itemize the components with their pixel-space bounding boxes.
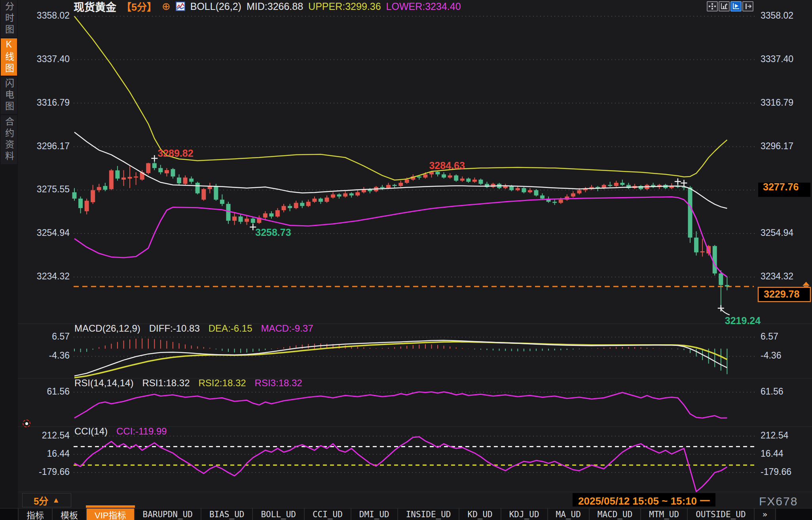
svg-text:3284.63: 3284.63 xyxy=(429,160,465,171)
toolbar-tab-5[interactable]: BOLL_UD xyxy=(253,509,305,520)
sidebar-item-1[interactable]: K线图 xyxy=(1,38,17,76)
svg-text:3337.40: 3337.40 xyxy=(761,54,793,64)
svg-text:-179.66: -179.66 xyxy=(761,467,791,477)
svg-text:3337.40: 3337.40 xyxy=(37,54,70,64)
bar-compress-icon[interactable] xyxy=(742,1,753,11)
boll-upper-value: UPPER:3299.36 xyxy=(308,1,381,12)
svg-text:-4.36: -4.36 xyxy=(49,350,70,361)
sidebar-item-0[interactable]: 分时图 xyxy=(1,0,17,37)
svg-text:3277.76: 3277.76 xyxy=(763,181,799,192)
svg-text:3229.78: 3229.78 xyxy=(764,288,799,300)
toolbar-tab-11[interactable]: MA_UD xyxy=(548,509,590,520)
boll-lower-value: LOWER:3234.40 xyxy=(386,1,461,12)
rsi-label-row: RSI(14,14,14) RSI1:18.32 RSI2:18.32 RSI3… xyxy=(74,378,302,389)
svg-text:3296.17: 3296.17 xyxy=(37,141,70,151)
sidebar-item-3[interactable]: 合约资料 xyxy=(1,115,17,164)
cci-value: CCI:-119.99 xyxy=(116,426,167,437)
toolbar-tab-10[interactable]: KDJ_UD xyxy=(501,509,548,520)
axis-play-icon[interactable] xyxy=(730,1,742,11)
svg-text:-179.66: -179.66 xyxy=(39,467,70,477)
toolbar-tab-6[interactable]: CCI_UD xyxy=(305,509,351,520)
toolbar-tab-9[interactable]: KD_UD xyxy=(459,509,501,520)
svg-text:6.57: 6.57 xyxy=(52,331,70,342)
macd-macd-value: MACD:-9.37 xyxy=(261,323,313,334)
svg-text:212.54: 212.54 xyxy=(761,430,789,440)
chart-header: 现货黄金 【5分】 ⊕ BOLL(26,2) MID:3266.88 UPPER… xyxy=(74,0,461,12)
interval-label: 5分 xyxy=(34,493,48,507)
sidebar-item-2[interactable]: 闪电图 xyxy=(1,77,17,114)
cci-params: CCI(14) xyxy=(74,426,108,437)
toolbar-tab-3[interactable]: BARUPDN_UD xyxy=(135,509,201,520)
toolbar-tab-4[interactable]: BIAS_UD xyxy=(201,509,253,520)
interval-selector[interactable]: 5分 ▲ xyxy=(22,493,71,507)
datetime-range: 2025/05/12 15:05 ~ 15:10 一 xyxy=(573,493,715,507)
macd-diff-value: DIFF:-10.83 xyxy=(149,323,200,334)
svg-text:61.56: 61.56 xyxy=(761,386,784,397)
svg-text:3275.55: 3275.55 xyxy=(37,184,70,194)
toolbar-tab-12[interactable]: MACD_UD xyxy=(590,509,641,520)
toolbar-tab-8[interactable]: INSIDE_UD xyxy=(398,509,460,520)
macd-dea-value: DEA:-6.15 xyxy=(209,323,252,334)
indicator-toolbar: 指标模板VIP指标BARUPDN_UDBIAS_UDBOLL_UDCCI_UDD… xyxy=(0,508,812,520)
svg-text:3234.32: 3234.32 xyxy=(37,271,70,281)
rsi-params: RSI(14,14,14) xyxy=(74,378,133,389)
svg-text:3358.02: 3358.02 xyxy=(37,10,70,21)
svg-text:3316.79: 3316.79 xyxy=(37,97,70,108)
svg-text:212.54: 212.54 xyxy=(42,430,70,440)
interval-up-icon: ▲ xyxy=(52,496,60,505)
svg-text:3358.02: 3358.02 xyxy=(761,10,793,21)
svg-text:3258.73: 3258.73 xyxy=(255,227,291,238)
macd-params: MACD(26,12,9) xyxy=(74,323,140,334)
boll-mid-value: MID:3266.88 xyxy=(247,1,303,12)
period-label[interactable]: 【5分】 xyxy=(121,0,157,13)
toolbar-tab-0[interactable]: 指标 xyxy=(19,509,53,520)
boll-params: BOLL(26,2) xyxy=(190,1,241,12)
toolbar-tab-7[interactable]: DMI_UD xyxy=(351,509,398,520)
svg-text:3316.79: 3316.79 xyxy=(761,97,793,108)
symbol-title: 现货黄金 xyxy=(74,0,116,14)
macd-label-row: MACD(26,12,9) DIFF:-10.83 DEA:-6.15 MACD… xyxy=(74,323,313,334)
sidebar: 分时图K线图闪电图合约资料 xyxy=(0,0,18,508)
svg-text:3289.82: 3289.82 xyxy=(157,148,193,159)
toolbar-tab-15[interactable]: » xyxy=(755,509,776,520)
toolbar-tab-13[interactable]: MTM_UD xyxy=(641,509,688,520)
svg-text:61.56: 61.56 xyxy=(47,386,70,397)
toolbar-corner xyxy=(0,509,19,520)
rsi2-value: RSI2:18.32 xyxy=(199,378,246,389)
rsi1-value: RSI1:18.32 xyxy=(142,378,190,389)
toolbar-tab-1[interactable]: 模板 xyxy=(53,509,87,520)
rsi3-value: RSI3:18.32 xyxy=(255,378,302,389)
svg-text:-4.36: -4.36 xyxy=(761,350,781,361)
toolbar-tab-2[interactable]: VIP指标 xyxy=(87,509,135,520)
svg-text:16.44: 16.44 xyxy=(47,448,70,459)
axis-bars-icon[interactable] xyxy=(719,1,730,11)
svg-text:3254.94: 3254.94 xyxy=(761,228,793,238)
svg-text:6.57: 6.57 xyxy=(761,331,778,342)
chart-type-icon[interactable] xyxy=(176,2,185,11)
svg-text:3234.32: 3234.32 xyxy=(761,271,793,281)
settings-icon[interactable]: ⊕ xyxy=(162,2,171,11)
watermark-brand: FX678 xyxy=(759,495,798,508)
svg-text:3296.17: 3296.17 xyxy=(761,141,793,151)
svg-text:16.44: 16.44 xyxy=(761,448,784,459)
layout-cross-icon[interactable] xyxy=(707,1,718,11)
chart-canvas[interactable]: 3358.023358.023337.403337.403316.793316.… xyxy=(0,0,812,520)
svg-text:3219.24: 3219.24 xyxy=(725,315,761,326)
drawing-target-icon[interactable] xyxy=(23,419,30,427)
svg-text:3254.94: 3254.94 xyxy=(37,228,70,238)
cci-label-row: CCI(14) CCI:-119.99 xyxy=(74,426,167,437)
toolbar-tab-14[interactable]: OUTSIDE_UD xyxy=(688,509,754,520)
